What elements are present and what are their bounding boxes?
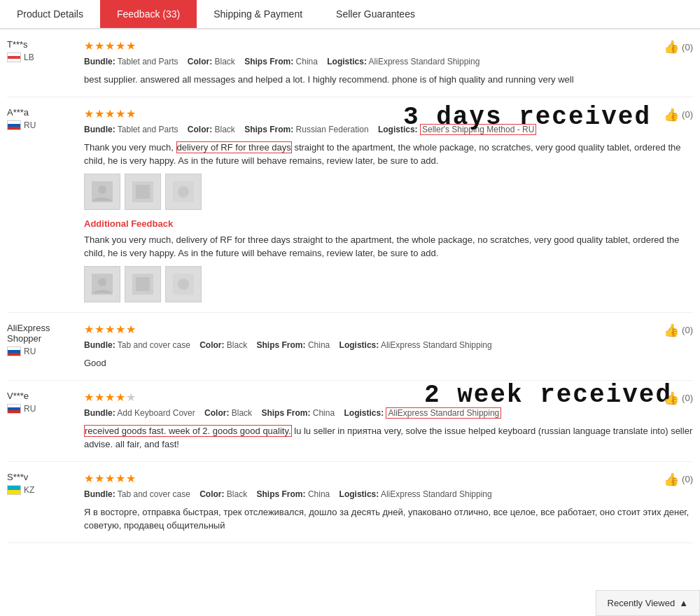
star-rating: ★★★★★ xyxy=(84,39,693,52)
review-content: ★★★★★ Bundle: Tab and cover case Color: … xyxy=(84,472,693,533)
thumbs-up-icon[interactable]: 👍 xyxy=(664,323,679,338)
review-meta: Bundle: Tab and cover case Color: Black … xyxy=(84,339,693,352)
additional-feedback-title: Additional Feedback xyxy=(84,218,693,229)
country-label: RU xyxy=(24,346,36,356)
table-row: 3 days received A***a RU ★★★★★ Bundle: T… xyxy=(7,97,693,313)
thumbs-section: 👍 (0) xyxy=(664,323,693,338)
flag-icon xyxy=(7,485,21,495)
review-image[interactable] xyxy=(84,266,120,302)
tab-seller-guarantees[interactable]: Seller Guarantees xyxy=(319,0,432,28)
reviews-list: T***s LB ★★★★★ Bundle: Tablet and Parts … xyxy=(0,29,700,543)
reviewer-country: LB xyxy=(7,52,84,62)
flag-icon xyxy=(7,404,21,414)
tabs-bar: Product Details Feedback (33) Shipping &… xyxy=(0,0,700,29)
svg-point-7 xyxy=(98,278,106,286)
table-row: AliExpress Shopper RU ★★★★★ Bundle: Tab … xyxy=(7,313,693,381)
review-content: ★★★★★ Bundle: Tab and cover case Color: … xyxy=(84,323,693,370)
thumbs-up-icon[interactable]: 👍 xyxy=(664,391,679,406)
reviewer-name: S***v xyxy=(7,472,84,482)
reviewer-name: V***e xyxy=(7,391,84,401)
review-text: best supplier. answered all messages and… xyxy=(84,73,693,87)
star-rating: ★★★★★ xyxy=(84,107,693,120)
thumbs-count: (0) xyxy=(682,109,693,120)
text-highlight: delivery of RF for three days xyxy=(176,141,292,153)
thumbs-up-icon[interactable]: 👍 xyxy=(664,472,679,487)
svg-point-5 xyxy=(178,186,189,197)
thumbs-section: 👍 (0) xyxy=(664,472,693,487)
review-meta: Bundle: Tab and cover case Color: Black … xyxy=(84,488,693,501)
review-text: Thank you very much, delivery of RF for … xyxy=(84,141,693,168)
thumbs-up-icon[interactable]: 👍 xyxy=(664,39,679,55)
thumbs-section: 👍 (0) xyxy=(664,107,693,122)
review-images xyxy=(84,174,693,210)
review-header: S***v KZ ★★★★★ Bundle: Tab and cover cas… xyxy=(7,472,693,533)
review-image[interactable] xyxy=(165,174,202,210)
review-image[interactable] xyxy=(125,174,161,210)
review-meta: Bundle: Add Keyboard Cover Color: Black … xyxy=(84,407,693,420)
review-meta: Bundle: Tablet and Parts Color: Black Sh… xyxy=(84,55,693,69)
review-header: V***e RU ★★★★★ Bundle: Add Keyboard Cove… xyxy=(7,391,693,451)
reviewer-info: AliExpress Shopper RU xyxy=(7,323,84,356)
review-image[interactable] xyxy=(125,266,161,302)
flag-icon xyxy=(7,120,21,130)
star-rating: ★★★★★ xyxy=(84,472,693,485)
country-label: RU xyxy=(24,120,36,130)
reviewer-name: AliExpress Shopper xyxy=(7,323,84,344)
logistics-highlight: AliExpress Standard Shipping xyxy=(386,407,501,419)
thumbs-count: (0) xyxy=(682,393,693,403)
tab-shipping-payment[interactable]: Shipping & Payment xyxy=(197,0,319,28)
thumbs-count: (0) xyxy=(682,325,693,335)
review-image[interactable] xyxy=(84,174,120,210)
tab-product-details[interactable]: Product Details xyxy=(0,0,100,28)
flag-icon xyxy=(7,346,21,356)
additional-feedback: Additional Feedback Thank you very much,… xyxy=(84,218,693,302)
flag-icon xyxy=(7,52,21,62)
additional-feedback-images xyxy=(84,266,693,302)
reviewer-country: RU xyxy=(7,404,84,414)
reviewer-country: KZ xyxy=(7,485,84,495)
table-row: T***s LB ★★★★★ Bundle: Tablet and Parts … xyxy=(7,29,693,97)
svg-rect-9 xyxy=(136,277,150,291)
thumbs-section: 👍 (0) xyxy=(664,391,693,406)
svg-point-1 xyxy=(98,186,106,194)
review-header: T***s LB ★★★★★ Bundle: Tablet and Parts … xyxy=(7,39,693,87)
star-rating: ★★★★★ xyxy=(84,323,693,336)
review-meta: Bundle: Tablet and Parts Color: Black Sh… xyxy=(84,123,693,136)
review-content: ★★★★★ Bundle: Add Keyboard Cover Color: … xyxy=(84,391,693,451)
reviewer-country: RU xyxy=(7,120,84,130)
svg-rect-3 xyxy=(136,185,150,199)
svg-point-11 xyxy=(178,279,189,290)
review-text: received goods fast. week of 2. goods go… xyxy=(84,424,693,451)
country-label: LB xyxy=(24,52,34,62)
reviewer-name: A***a xyxy=(7,107,84,118)
star-rating: ★★★★★ xyxy=(84,391,693,404)
country-label: RU xyxy=(24,404,36,414)
reviewer-info: T***s LB xyxy=(7,39,84,62)
tab-feedback[interactable]: Feedback (33) xyxy=(100,0,197,28)
review-text: Good xyxy=(84,356,693,370)
page-wrapper: Product Details Feedback (33) Shipping &… xyxy=(0,0,700,543)
logistics-highlight: Seller's Shipping Method - RU xyxy=(420,124,536,135)
country-label: KZ xyxy=(24,485,34,495)
review-image[interactable] xyxy=(165,266,202,302)
additional-feedback-text: Thank you very much, delivery of RF for … xyxy=(84,233,693,260)
reviewer-info: S***v KZ xyxy=(7,472,84,495)
review-text: Я в восторге, отправка быстрая, трек отс… xyxy=(84,505,693,533)
reviewer-country: RU xyxy=(7,346,84,356)
thumbs-section: 👍 (0) xyxy=(664,39,693,55)
review-content: ★★★★★ Bundle: Tablet and Parts Color: Bl… xyxy=(84,39,693,87)
thumbs-count: (0) xyxy=(682,474,693,484)
review-header: A***a RU ★★★★★ Bundle: Tablet and Parts … xyxy=(7,107,693,210)
table-row: 2 week received V***e RU ★★★★★ Bundle: A… xyxy=(7,381,693,462)
reviewer-name: T***s xyxy=(7,39,84,50)
review-content: ★★★★★ Bundle: Tablet and Parts Color: Bl… xyxy=(84,107,693,210)
thumbs-count: (0) xyxy=(682,42,693,52)
reviewer-info: V***e RU xyxy=(7,391,84,414)
reviewer-info: A***a RU xyxy=(7,107,84,130)
table-row: S***v KZ ★★★★★ Bundle: Tab and cover cas… xyxy=(7,462,693,543)
text-highlight: received goods fast. week of 2. goods go… xyxy=(84,425,292,437)
review-header: AliExpress Shopper RU ★★★★★ Bundle: Tab … xyxy=(7,323,693,370)
thumbs-up-icon[interactable]: 👍 xyxy=(664,107,679,122)
